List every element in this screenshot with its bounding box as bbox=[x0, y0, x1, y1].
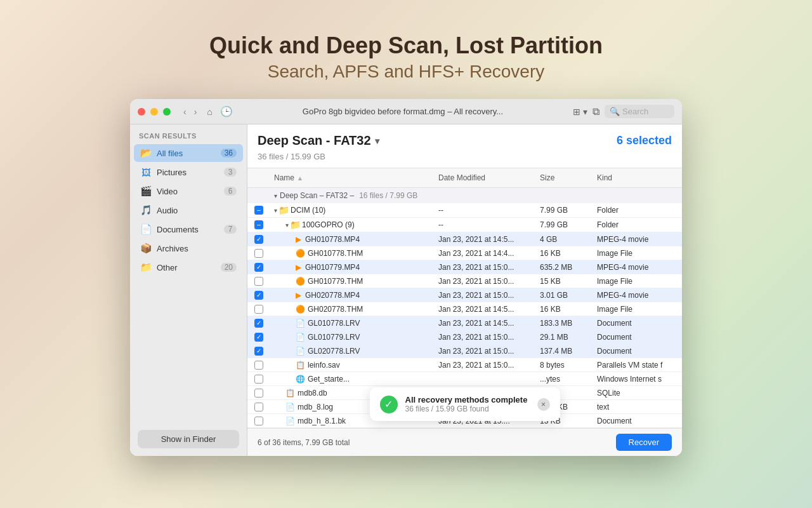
file-kind: Windows Internet s bbox=[593, 373, 682, 385]
minimize-button[interactable] bbox=[150, 108, 158, 116]
checkbox-cell bbox=[247, 331, 270, 344]
group-summary: 16 files / 7.99 GB bbox=[359, 191, 417, 200]
file-date: Jan 23, 2021 at 15:0... bbox=[435, 275, 536, 288]
file-kind: Image File bbox=[593, 275, 682, 288]
file-checkbox[interactable] bbox=[254, 347, 263, 356]
file-checkbox[interactable] bbox=[254, 291, 263, 300]
sidebar-item-video[interactable]: 🎬 Video 6 bbox=[134, 182, 243, 200]
file-name: GH010778.MP4 bbox=[305, 235, 360, 244]
toast-close-button[interactable]: × bbox=[537, 398, 550, 411]
file-kind: Document bbox=[593, 331, 682, 344]
file-checkbox[interactable] bbox=[254, 319, 263, 328]
recover-button[interactable]: Recover bbox=[616, 434, 672, 451]
table-row[interactable]: 🟠 GH010778.THM Jan 23, 2021 at 14:4... 1… bbox=[247, 246, 682, 260]
file-checkbox[interactable] bbox=[254, 375, 263, 384]
file-name: mdb_8.log bbox=[298, 403, 333, 411]
group-row: ▾ Deep Scan – FAT32 – 16 files / 7.99 GB bbox=[247, 188, 682, 203]
table-row[interactable]: ▶ GH020778.MP4 Jan 23, 2021 at 15:0... 3… bbox=[247, 288, 682, 302]
checkbox-cell bbox=[247, 387, 270, 399]
sidebar-item-other[interactable]: 📁 Other 20 bbox=[134, 258, 243, 276]
sidebar-item-all-files[interactable]: 📂 All files 36 bbox=[134, 144, 243, 162]
file-name: 100GOPRO (9) bbox=[302, 220, 355, 229]
scan-dropdown-arrow[interactable]: ▾ bbox=[375, 136, 379, 146]
checkbox-cell bbox=[247, 401, 270, 413]
file-checkbox[interactable] bbox=[254, 333, 263, 342]
view-toggle-button[interactable]: ⊞ ▾ bbox=[573, 107, 587, 117]
group-chevron[interactable]: ▾ bbox=[274, 192, 277, 199]
table-row[interactable]: 🟠 GH010779.THM Jan 23, 2021 at 15:0... 1… bbox=[247, 274, 682, 288]
size-col-header[interactable]: Size bbox=[536, 171, 593, 185]
sidebar-section-label: Scan results bbox=[130, 124, 247, 144]
file-name: GH010778.THM bbox=[308, 249, 363, 258]
audio-icon: 🎵 bbox=[140, 204, 152, 216]
file-size: 183.3 MB bbox=[536, 317, 593, 330]
file-name-cell: 🟠 GH010779.THM bbox=[270, 275, 435, 288]
file-checkbox[interactable] bbox=[254, 403, 263, 411]
file-name-cell: 🌐 Get_starte... bbox=[270, 373, 435, 385]
file-name-cell: 📄 GL010779.LRV bbox=[270, 331, 435, 344]
file-checkbox[interactable] bbox=[254, 389, 263, 398]
filter-button[interactable]: ⧉ bbox=[593, 106, 599, 117]
name-col-header[interactable]: Name ▲ bbox=[270, 171, 435, 185]
table-row[interactable]: ▾ 📁 DCIM (10) -- 7.99 GB Folder bbox=[247, 203, 682, 218]
file-name: GL020778.LRV bbox=[308, 347, 360, 356]
history-button[interactable]: 🕒 bbox=[220, 105, 233, 117]
file-checkbox[interactable] bbox=[254, 417, 263, 425]
file-kind: MPEG-4 movie bbox=[593, 261, 682, 274]
table-row[interactable]: ▶ GH010778.MP4 Jan 23, 2021 at 14:5... 4… bbox=[247, 232, 682, 246]
file-checkbox[interactable] bbox=[254, 361, 263, 370]
file-size: 16 KB bbox=[536, 247, 593, 260]
table-row[interactable]: 🟠 GH020778.THM Jan 23, 2021 at 14:5... 1… bbox=[247, 302, 682, 316]
file-checkbox[interactable] bbox=[254, 235, 263, 244]
maximize-button[interactable] bbox=[163, 108, 171, 116]
file-size: 7.99 GB bbox=[536, 218, 593, 231]
table-row[interactable]: ▶ GH010779.MP4 Jan 23, 2021 at 15:0... 6… bbox=[247, 260, 682, 274]
column-header: Name ▲ Date Modified Size Kind bbox=[247, 168, 682, 188]
file-name: GH010779.MP4 bbox=[305, 263, 360, 272]
db-icon: 📋 bbox=[285, 389, 295, 398]
video-icon: 🎬 bbox=[140, 185, 152, 197]
lrv-icon: 📄 bbox=[296, 333, 305, 342]
table-row[interactable]: 🌐 Get_starte... ...ytes Windows Internet… bbox=[247, 372, 682, 386]
table-row[interactable]: 📄 GL010778.LRV Jan 23, 2021 at 14:5... 1… bbox=[247, 316, 682, 330]
date-col-header[interactable]: Date Modified bbox=[435, 171, 536, 185]
checkbox-cell bbox=[247, 204, 270, 217]
home-button[interactable]: ⌂ bbox=[207, 107, 212, 117]
file-checkbox[interactable] bbox=[254, 277, 263, 286]
file-checkbox[interactable] bbox=[254, 305, 263, 314]
table-row[interactable]: 📄 GL010779.LRV Jan 23, 2021 at 15:0... 2… bbox=[247, 330, 682, 344]
checkbox-cell bbox=[247, 345, 270, 358]
file-name-cell: 📄 GL010778.LRV bbox=[270, 317, 435, 330]
minus-checkbox[interactable] bbox=[254, 206, 263, 215]
file-size: 8 bytes bbox=[536, 359, 593, 371]
group-label: Deep Scan – FAT32 – bbox=[280, 191, 354, 200]
sidebar: Scan results 📂 All files 36 🖼 Pictures 3… bbox=[130, 124, 247, 456]
url-icon: 🌐 bbox=[296, 375, 305, 384]
file-name: mdb8.db bbox=[298, 389, 327, 398]
back-button[interactable]: ‹ bbox=[181, 105, 189, 118]
show-finder-button[interactable]: Show in Finder bbox=[138, 430, 239, 448]
checkbox-cell bbox=[247, 373, 270, 385]
expand-chevron[interactable]: ▾ bbox=[285, 222, 289, 229]
file-name: DCIM (10) bbox=[291, 206, 325, 215]
file-size: 137.4 MB bbox=[536, 345, 593, 358]
sidebar-item-documents[interactable]: 📄 Documents 7 bbox=[134, 220, 243, 238]
kind-col-header[interactable]: Kind bbox=[593, 171, 682, 185]
close-button[interactable] bbox=[138, 108, 145, 116]
minus-checkbox[interactable] bbox=[254, 220, 263, 229]
file-name-cell: ▶ GH010779.MP4 bbox=[270, 261, 435, 274]
sidebar-item-audio[interactable]: 🎵 Audio bbox=[134, 201, 243, 219]
forward-button[interactable]: › bbox=[192, 105, 200, 118]
table-row[interactable]: ▾ 📁 100GOPRO (9) -- 7.99 GB Folder bbox=[247, 218, 682, 232]
sidebar-item-archives[interactable]: 📦 Archives bbox=[134, 239, 243, 257]
file-checkbox[interactable] bbox=[254, 263, 263, 272]
file-kind: Parallels VM state f bbox=[593, 359, 682, 371]
sidebar-item-pictures[interactable]: 🖼 Pictures 3 bbox=[134, 163, 243, 181]
file-checkbox[interactable] bbox=[254, 249, 263, 258]
table-row[interactable]: 📋 leinfo.sav Jan 23, 2021 at 15:0... 8 b… bbox=[247, 358, 682, 372]
expand-chevron[interactable]: ▾ bbox=[274, 207, 277, 214]
checkbox-cell bbox=[247, 247, 270, 260]
table-row[interactable]: 📄 GL020778.LRV Jan 23, 2021 at 15:0... 1… bbox=[247, 344, 682, 358]
toast-subtitle: 36 files / 15.99 GB found bbox=[405, 404, 530, 413]
file-name-cell: 🟠 GH010778.THM bbox=[270, 247, 435, 260]
